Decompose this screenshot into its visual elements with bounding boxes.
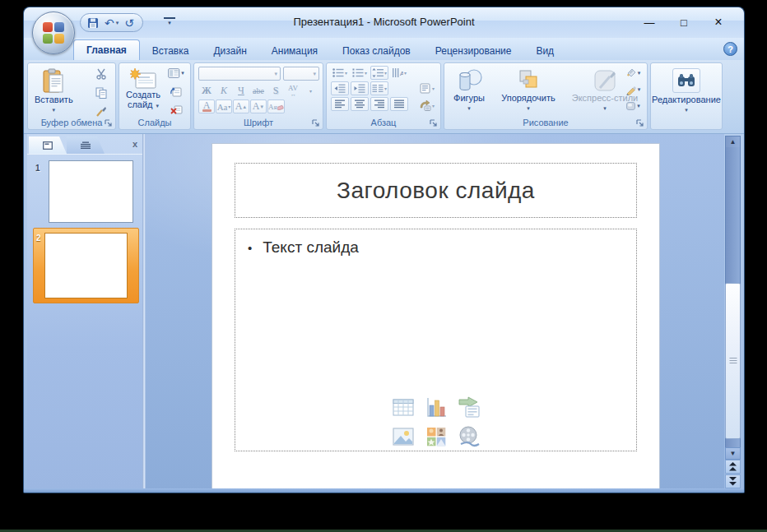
scroll-down-button[interactable]: ▼ <box>725 447 741 460</box>
outline-tab[interactable] <box>67 136 105 154</box>
bold-button[interactable]: Ж <box>198 84 215 98</box>
next-slide-button[interactable] <box>725 474 741 488</box>
drawing-dialog-launcher[interactable] <box>635 118 645 128</box>
convert-to-smartart-button[interactable]: ▾ <box>416 99 438 113</box>
line-spacing-button[interactable]: ▾ <box>370 66 388 80</box>
paste-button[interactable]: Вставить ▾ <box>35 65 73 115</box>
body-placeholder[interactable]: • Текст слайда <box>235 229 637 451</box>
desktop-background: Презентация1 - Microsoft PowerPoint — □ … <box>0 0 767 532</box>
tab-retsenzirovanie[interactable]: Рецензирование <box>423 41 524 60</box>
insert-clipart-icon[interactable] <box>425 425 448 448</box>
previous-slide-button[interactable] <box>725 460 741 474</box>
minimize-button[interactable]: — <box>632 12 667 32</box>
tab-pokaz-slaydov[interactable]: Показ слайдов <box>330 41 423 60</box>
editing-button[interactable]: Редактирование ▾ <box>651 65 722 115</box>
ribbon-group-slides: Создать слайд ▾ <box>119 62 191 130</box>
editing-group-label <box>651 116 722 129</box>
underline-button[interactable]: Ч <box>233 84 249 98</box>
decrease-indent-button[interactable] <box>331 81 349 95</box>
decrease-indent-icon <box>334 84 346 93</box>
font-color-bar <box>202 109 212 112</box>
title-placeholder-text: Заголовок слайда <box>337 178 535 204</box>
customize-qat-button[interactable]: ▾ <box>164 17 175 26</box>
chevron-down-icon: ▾ <box>168 20 171 25</box>
ribbon-group-clipboard: Вставить ▾ <box>27 62 116 130</box>
reset-slide-button[interactable] <box>165 84 187 99</box>
close-button[interactable]: × <box>701 12 736 32</box>
font-name-combo[interactable]: ▾ <box>198 67 281 81</box>
office-button[interactable] <box>32 12 75 54</box>
insert-picture-icon[interactable] <box>392 425 415 448</box>
maximize-button[interactable]: □ <box>667 12 701 32</box>
align-right-button[interactable] <box>370 97 388 111</box>
text-direction-button[interactable]: A ▾ <box>390 66 408 80</box>
arrange-button[interactable]: Упорядочить ▾ <box>490 65 566 113</box>
increase-indent-button[interactable] <box>351 81 369 95</box>
ribbon: Вставить ▾ <box>24 60 744 134</box>
slides-tab[interactable] <box>29 136 67 154</box>
font-dialog-launcher[interactable] <box>311 118 321 128</box>
insert-table-icon[interactable] <box>392 396 415 419</box>
clear-formatting-button[interactable]: Ая <box>267 99 285 113</box>
spacing-dropdown[interactable]: ▾ <box>302 84 318 98</box>
clipboard-dialog-launcher[interactable] <box>104 118 114 128</box>
tab-vid[interactable]: Вид <box>523 41 566 60</box>
grow-font-button[interactable]: А▲ <box>233 99 249 113</box>
shrink-font-button[interactable]: А▼ <box>250 99 267 113</box>
window-controls: — □ × <box>632 12 736 32</box>
italic-button[interactable]: K <box>216 84 232 98</box>
paragraph-dialog-launcher[interactable] <box>429 118 439 128</box>
slide-layout-button[interactable]: ▾ <box>165 66 187 81</box>
spacing-arrows-icon: ↔ <box>291 91 295 98</box>
slide-1-thumbnail[interactable] <box>49 160 133 223</box>
save-button[interactable] <box>87 17 99 29</box>
workspace: x 1 2 Заголовок слайда • <box>27 134 741 488</box>
character-spacing-button[interactable]: AV ↔ <box>285 84 301 98</box>
copy-button[interactable] <box>92 86 110 100</box>
tab-vstavka[interactable]: Вставка <box>140 41 202 60</box>
align-text-button[interactable]: ▾ <box>416 81 438 95</box>
help-icon: ? <box>727 44 733 54</box>
align-left-button[interactable] <box>331 97 349 111</box>
undo-button[interactable]: ↶ ▾ <box>105 17 119 29</box>
insert-media-clip-icon[interactable] <box>458 425 481 448</box>
shapes-button[interactable]: Фигуры ▾ <box>448 65 490 113</box>
columns-button[interactable]: ▾ <box>370 81 388 95</box>
content-placeholder-icons <box>392 396 481 448</box>
insert-smartart-icon[interactable] <box>458 396 481 419</box>
font-color-button[interactable]: А <box>198 99 215 113</box>
strikethrough-button[interactable]: abe <box>250 84 267 98</box>
bullets-button[interactable]: ▾ <box>331 66 349 80</box>
close-pane-button[interactable]: x <box>132 139 137 149</box>
tab-dizayn[interactable]: Дизайн <box>201 41 258 60</box>
slide-2-selection[interactable]: 2 <box>33 228 139 303</box>
title-placeholder[interactable]: Заголовок слайда <box>235 163 637 218</box>
help-button[interactable]: ? <box>723 42 737 56</box>
tab-glavnaya[interactable]: Главная <box>73 39 140 60</box>
new-slide-button[interactable]: Создать слайд ▾ <box>121 65 165 111</box>
align-center-icon <box>355 99 365 109</box>
justify-button[interactable] <box>390 97 408 111</box>
shape-effects-button[interactable]: ▾ <box>621 99 644 113</box>
quick-access-toolbar: ↶ ▾ ↺ <box>80 13 143 32</box>
cut-button[interactable] <box>92 67 110 81</box>
copy-icon <box>95 87 107 99</box>
font-size-combo[interactable]: ▾ <box>283 67 319 81</box>
delete-slide-button[interactable] <box>165 102 187 117</box>
slide-2-thumbnail[interactable] <box>44 233 128 298</box>
align-center-button[interactable] <box>351 97 369 111</box>
scrollbar-thumb[interactable] <box>725 283 741 439</box>
change-case-button[interactable]: Аа▾ <box>216 99 232 113</box>
editing-label: Редактирование <box>652 95 721 104</box>
text-shadow-button[interactable]: S <box>267 84 284 98</box>
slide-canvas[interactable]: Заголовок слайда • Текст слайда <box>212 143 660 488</box>
paste-dropdown-icon: ▾ <box>53 105 56 115</box>
scroll-up-button[interactable]: ▲ <box>725 136 741 147</box>
insert-chart-icon[interactable] <box>425 396 448 419</box>
shape-fill-button[interactable]: ▾ <box>621 67 644 80</box>
redo-button[interactable]: ↺ <box>124 17 134 29</box>
tab-animatsiya[interactable]: Анимация <box>259 41 330 60</box>
shape-outline-button[interactable]: ▾ <box>621 83 644 96</box>
redo-icon: ↺ <box>124 17 134 29</box>
numbering-button[interactable]: ▾ <box>351 66 369 80</box>
